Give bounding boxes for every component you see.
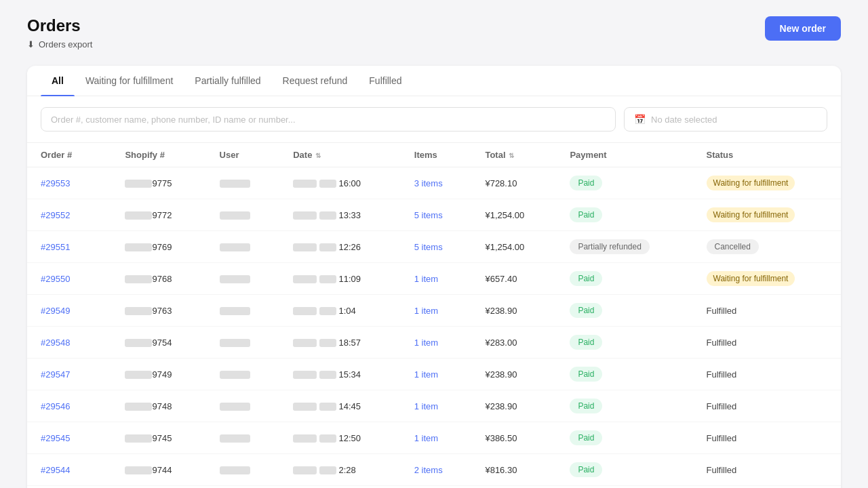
items-link[interactable]: 1 item [414, 306, 438, 316]
search-input[interactable] [41, 107, 616, 131]
user-cell [206, 454, 280, 486]
user-cell [206, 231, 280, 263]
user-cell [206, 390, 280, 422]
shopify-number: 9768 [111, 263, 205, 295]
table-row: #295519769 12:265 items¥1,254.00Partiall… [27, 231, 841, 263]
status-badge: Fulfilled [707, 433, 737, 443]
items-link[interactable]: 3 items [414, 178, 443, 188]
redacted-block [319, 466, 336, 474]
redacted-block [293, 211, 317, 220]
shopify-number: 9754 [111, 327, 205, 359]
redacted-block [293, 434, 317, 443]
items-link[interactable]: 1 item [414, 338, 438, 348]
tab-partial[interactable]: Partially fulfilled [184, 66, 271, 96]
order-id-link[interactable]: #29544 [41, 465, 70, 475]
order-id-link[interactable]: #29548 [41, 338, 70, 348]
shopify-number: 9748 [111, 390, 205, 422]
status-badge: Cancelled [707, 239, 759, 254]
tab-fulfilled[interactable]: Fulfilled [358, 66, 412, 96]
status-badge: Waiting for fulfillment [707, 176, 795, 190]
col-header-date[interactable]: Date ⇅ [279, 143, 401, 167]
redacted-block [293, 243, 317, 251]
redacted-block [125, 466, 152, 474]
user-cell [206, 422, 280, 454]
order-id-link[interactable]: #29546 [41, 401, 70, 411]
items-link[interactable]: 1 item [414, 401, 438, 411]
order-id-link[interactable]: #29547 [41, 369, 70, 380]
user-cell [206, 486, 280, 489]
table-row: #295469748 14:451 item¥238.90PaidFulfill… [27, 390, 841, 422]
order-id-link[interactable]: #29550 [41, 274, 70, 284]
redacted-block [319, 307, 336, 315]
order-total: ¥1,254.00 [471, 199, 556, 231]
redacted-block [220, 275, 250, 283]
date-cell: 18:57 [279, 327, 401, 359]
shopify-number: 9745 [111, 422, 205, 454]
order-total: ¥663.00 [471, 486, 556, 489]
tab-all[interactable]: All [41, 66, 75, 96]
order-id-link[interactable]: #29551 [41, 242, 70, 252]
items-link[interactable]: 1 item [414, 274, 438, 284]
filters-bar: 📅 No date selected [27, 96, 841, 143]
user-cell [206, 327, 280, 359]
redacted-block [293, 403, 317, 411]
table-row: #295439743 1:462 items¥663.00Partially r… [27, 486, 841, 489]
shopify-number: 9743 [111, 486, 205, 489]
items-link[interactable]: 5 items [414, 210, 443, 220]
redacted-block [319, 434, 336, 443]
redacted-block [125, 211, 152, 220]
order-id-link[interactable]: #29552 [41, 210, 70, 220]
order-id-link[interactable]: #29549 [41, 306, 70, 316]
payment-badge: Paid [570, 271, 602, 286]
shopify-number: 9772 [111, 199, 205, 231]
redacted-block [319, 339, 336, 347]
redacted-block [319, 243, 336, 251]
order-total: ¥283.00 [471, 327, 556, 359]
redacted-block [220, 434, 250, 443]
items-link[interactable]: 5 items [414, 242, 443, 252]
date-picker[interactable]: 📅 No date selected [624, 107, 827, 131]
shopify-number: 9749 [111, 359, 205, 390]
orders-table: Order #Shopify #UserDate ⇅ItemsTotal ⇅Pa… [27, 143, 841, 488]
table-row: #295539775 16:003 items¥728.10PaidWaitin… [27, 167, 841, 199]
redacted-block [220, 243, 250, 251]
col-header-order: Order # [27, 143, 111, 167]
tab-refund[interactable]: Request refund [272, 66, 359, 96]
download-icon: ⬇ [27, 39, 35, 49]
status-badge: Fulfilled [707, 465, 737, 475]
order-id-link[interactable]: #29545 [41, 433, 70, 443]
redacted-block [220, 403, 250, 411]
user-cell [206, 359, 280, 390]
redacted-block [319, 403, 336, 411]
table-row: #295529772 13:335 items¥1,254.00PaidWait… [27, 199, 841, 231]
redacted-block [220, 211, 250, 220]
user-cell [206, 167, 280, 199]
redacted-block [220, 466, 250, 474]
page-header: Orders ⬇ Orders export New order [27, 16, 841, 49]
items-link[interactable]: 1 item [414, 369, 438, 380]
redacted-block [125, 243, 152, 251]
shopify-number: 9769 [111, 231, 205, 263]
date-cell: 12:26 [279, 231, 401, 263]
tab-bar: AllWaiting for fulfillmentPartially fulf… [27, 66, 841, 96]
order-total: ¥728.10 [471, 167, 556, 199]
user-cell [206, 263, 280, 295]
col-header-total[interactable]: Total ⇅ [471, 143, 556, 167]
tab-waiting[interactable]: Waiting for fulfillment [75, 66, 184, 96]
redacted-block [125, 180, 152, 188]
new-order-button[interactable]: New order [765, 16, 841, 41]
orders-export-link[interactable]: ⬇ Orders export [27, 39, 92, 49]
order-id-link[interactable]: #29553 [41, 178, 70, 188]
payment-badge: Paid [570, 462, 602, 477]
date-cell: 14:45 [279, 390, 401, 422]
col-header-payment: Payment [556, 143, 692, 167]
items-link[interactable]: 1 item [414, 433, 438, 443]
status-badge: Fulfilled [707, 369, 737, 380]
payment-badge: Paid [570, 207, 602, 222]
order-total: ¥386.50 [471, 422, 556, 454]
payment-badge: Paid [570, 176, 602, 190]
order-total: ¥816.30 [471, 454, 556, 486]
redacted-block [125, 339, 152, 347]
col-header-shopify: Shopify # [111, 143, 205, 167]
items-link[interactable]: 2 items [414, 465, 443, 475]
